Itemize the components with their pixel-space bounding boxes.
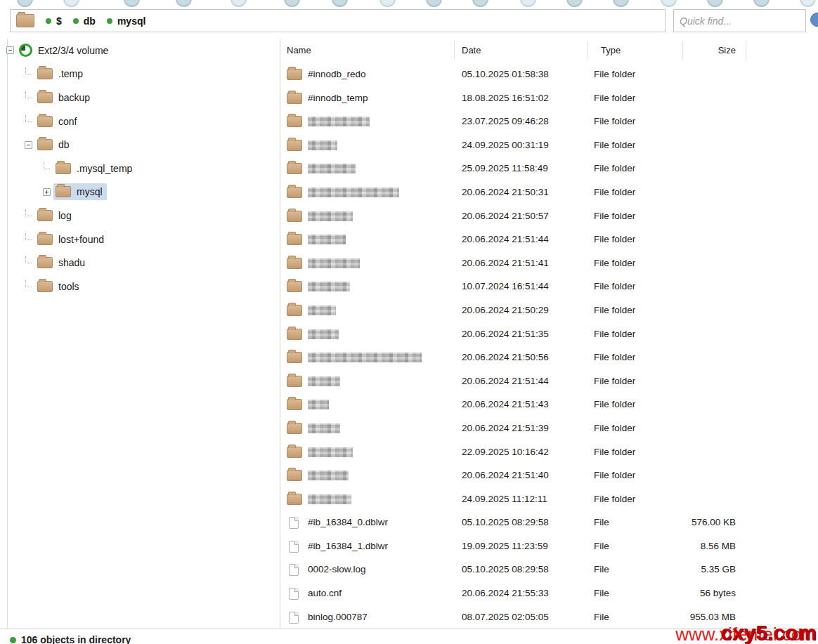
tree-item-conf[interactable]: conf: [0, 110, 273, 133]
folder-icon: [287, 423, 302, 434]
file-row-redacted[interactable]: 20.06.2024 21:50:29File folder: [280, 299, 818, 323]
file-row--innodb-redo[interactable]: #innodb_redo05.10.2025 01:58:38File fold…: [280, 63, 818, 87]
breadcrumb-segment-[interactable]: $: [46, 15, 62, 27]
toolbar-button-icon[interactable]: [472, 0, 488, 7]
file-row-binlog-000787[interactable]: binlog.00078708.07.2025 02:05:05File955.…: [280, 606, 818, 629]
file-row-redacted[interactable]: 22.09.2025 10:16:42File folder: [280, 441, 818, 465]
folder-icon: [287, 329, 302, 340]
file-row--ib-16384-0-dblwr[interactable]: #ib_16384_0.dblwr05.10.2025 08:29:58File…: [280, 511, 818, 535]
redacted-name-block: [308, 400, 329, 409]
file-row-auto-cnf[interactable]: auto.cnf20.06.2024 21:55:33File56 bytes: [280, 582, 818, 606]
file-row-redacted[interactable]: 24.09.2025 00:31:19File folder: [280, 134, 818, 158]
column-separator[interactable]: [682, 41, 683, 60]
toolbar-button-icon[interactable]: [124, 0, 140, 7]
file-row-redacted[interactable]: 25.09.2025 11:58:49File folder: [280, 157, 818, 181]
file-row-redacted[interactable]: 20.06.2024 21:50:56File folder: [280, 346, 818, 370]
tree-branch-stub: [25, 233, 32, 240]
tree-item--mysql-temp[interactable]: .mysql_temp: [0, 157, 273, 180]
quick-find-side-button[interactable]: [810, 13, 818, 27]
tree-item-body[interactable]: conf: [35, 113, 81, 130]
file-row-redacted[interactable]: 20.06.2024 21:50:31File folder: [280, 181, 818, 205]
tree-item-body[interactable]: shadu: [35, 254, 89, 271]
tree-item-ext2-3-4-volume[interactable]: Ext2/3/4 volume: [0, 39, 273, 63]
tree-branch-stub: [44, 162, 50, 169]
toolbar-button-icon[interactable]: [231, 0, 247, 7]
file-date: 20.06.2024 21:50:57: [462, 211, 549, 221]
tree-item-body[interactable]: backup: [35, 89, 94, 106]
quick-find-input[interactable]: [674, 10, 805, 32]
tree-item-tools[interactable]: tools: [0, 275, 273, 298]
breadcrumb-segment-db[interactable]: db: [73, 15, 96, 27]
tree-item--temp[interactable]: .temp: [0, 63, 273, 86]
toolbar-button-icon[interactable]: [284, 0, 300, 7]
file-name: binlog.000787: [308, 612, 368, 622]
toolbar-button-icon[interactable]: [753, 0, 770, 7]
tree-item-shadu[interactable]: shadu: [0, 251, 273, 275]
tree-item-body[interactable]: .temp: [35, 65, 87, 82]
breadcrumb-segment-mysql[interactable]: mysql: [107, 15, 145, 27]
column-separator[interactable]: [587, 41, 588, 60]
column-header-type[interactable]: Type: [601, 45, 621, 55]
toolbar-button-icon[interactable]: [63, 0, 79, 7]
toolbar-button-icon[interactable]: [800, 0, 816, 7]
toolbar-button-icon[interactable]: [17, 0, 33, 7]
toolbar-button-icon[interactable]: [520, 0, 536, 7]
toolbar-button-icon[interactable]: [379, 0, 396, 7]
collapse-minus-icon[interactable]: [25, 141, 32, 149]
quick-find-box: [673, 9, 806, 32]
breadcrumb-separator-dot: [46, 18, 51, 24]
tree-item-db[interactable]: db: [0, 133, 273, 157]
column-separator[interactable]: [746, 41, 746, 60]
toolbar-button-icon[interactable]: [332, 0, 348, 7]
file-row-redacted[interactable]: 20.06.2024 21:51:43File folder: [280, 393, 818, 417]
tree-item-backup[interactable]: backup: [0, 86, 273, 110]
toolbar-button-icon[interactable]: [566, 0, 583, 7]
column-header-size[interactable]: Size: [651, 45, 736, 55]
expand-plus-icon[interactable]: [43, 188, 51, 196]
file-row-redacted[interactable]: 20.06.2024 21:51:44File folder: [280, 228, 818, 252]
tree-item-body[interactable]: db: [35, 136, 74, 153]
tree-item-lost-found[interactable]: lost+found: [0, 228, 273, 251]
tree-item-body[interactable]: Ext2/3/4 volume: [17, 41, 112, 60]
file-row-redacted[interactable]: 20.06.2024 21:51:40File folder: [280, 464, 818, 488]
file-row-redacted[interactable]: 10.07.2024 16:51:44File folder: [280, 275, 818, 299]
collapse-minus-icon[interactable]: [6, 46, 14, 54]
tree-item-mysql[interactable]: mysql: [0, 180, 273, 204]
toolbar-button-icon[interactable]: [613, 0, 629, 7]
column-header-name[interactable]: Name: [287, 45, 311, 55]
pane-bottom-border: [0, 629, 818, 629]
toolbar-button-icon[interactable]: [426, 0, 442, 7]
file-name: #ib_16384_0.dblwr: [308, 517, 388, 527]
column-header-date[interactable]: Date: [462, 45, 481, 55]
tree-item-body[interactable]: .mysql_temp: [53, 160, 136, 177]
column-separator[interactable]: [454, 41, 455, 60]
toolbar-button-icon[interactable]: [176, 0, 192, 7]
toolbar-button-icon[interactable]: [661, 0, 677, 7]
file-row--innodb-temp[interactable]: #innodb_temp18.08.2025 16:51:02File fold…: [280, 87, 818, 111]
tree-item-log[interactable]: log: [0, 204, 273, 228]
file-row-redacted[interactable]: 20.06.2024 21:51:35File folder: [280, 323, 818, 347]
tree-item-body[interactable]: tools: [35, 278, 84, 295]
folder-icon: [287, 447, 302, 458]
breadcrumb-segment-label: $: [56, 15, 62, 27]
file-size: 955.03 MB: [651, 612, 736, 622]
folder-icon: [287, 258, 302, 269]
file-row-redacted[interactable]: 20.06.2024 21:51:41File folder: [280, 252, 818, 276]
tree-item-label: mysql: [77, 186, 103, 197]
tree-item-body[interactable]: log: [35, 207, 76, 224]
file-type: File folder: [594, 211, 635, 221]
tree-branch-stub: [25, 67, 32, 74]
file-row-redacted[interactable]: 20.06.2024 21:51:44File folder: [280, 370, 818, 394]
tree-selected-highlight[interactable]: mysql: [53, 183, 107, 200]
tree-item-body[interactable]: lost+found: [35, 231, 108, 248]
file-row-0002-slow-log[interactable]: 0002-slow.log05.10.2025 08:29:58File5.35…: [280, 558, 818, 582]
file-row-redacted[interactable]: 24.09.2025 11:12:11File folder: [280, 488, 818, 512]
file-row-redacted[interactable]: 20.06.2024 21:51:39File folder: [280, 417, 818, 441]
file-date: 20.06.2024 21:50:31: [462, 187, 549, 197]
folder-icon: [287, 116, 302, 127]
file-row-redacted[interactable]: 20.06.2024 21:50:57File folder: [280, 205, 818, 229]
file-row-redacted[interactable]: 23.07.2025 09:46:28File folder: [280, 110, 818, 134]
toolbar-button-icon[interactable]: [707, 0, 723, 7]
file-type: File folder: [594, 187, 635, 197]
file-row--ib-16384-1-dblwr[interactable]: #ib_16384_1.dblwr19.09.2025 11:23:59File…: [280, 535, 818, 559]
